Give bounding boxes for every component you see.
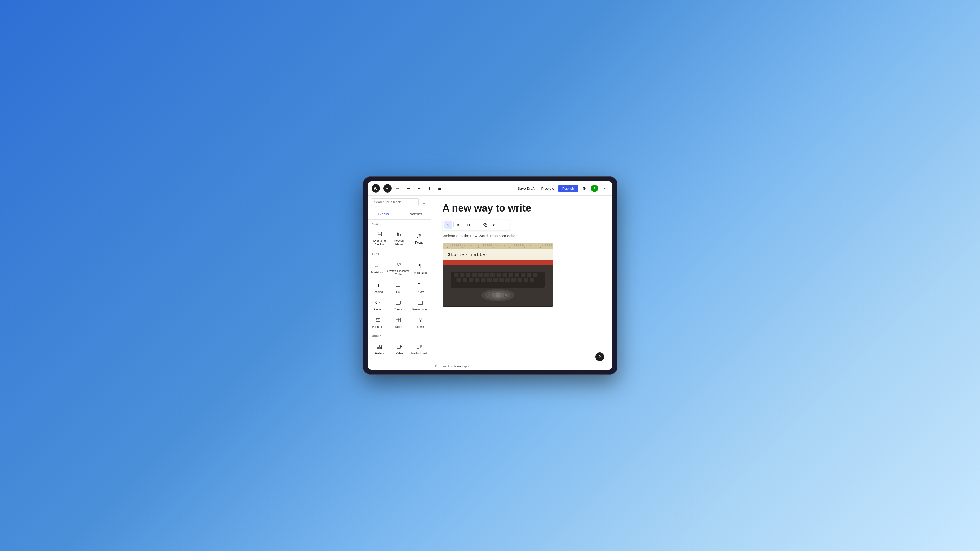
- inline-toolbar: ¶ ≡ B I ▾ ⋯: [442, 220, 510, 230]
- block-item-classic[interactable]: Classic: [386, 297, 410, 314]
- svg-rect-55: [453, 273, 458, 277]
- svg-text:B: B: [378, 232, 379, 233]
- markdown-icon: M↓: [375, 264, 381, 269]
- block-label-code: Code: [374, 308, 381, 311]
- block-item-markdown[interactable]: M↓ Markdown: [370, 258, 385, 279]
- block-label-table: Table: [395, 325, 402, 329]
- link-icon: [484, 223, 487, 227]
- search-area: ⌕: [368, 195, 431, 209]
- tablet-screen: W + ✏ ↩ ↪ ℹ ☰ Save Draft Preview Publish…: [368, 181, 612, 370]
- svg-rect-72: [475, 278, 480, 282]
- svg-rect-69: [457, 278, 461, 282]
- breadcrumb-paragraph[interactable]: Paragraph: [455, 365, 469, 368]
- save-draft-button[interactable]: Save Draft: [515, 185, 537, 192]
- block-label-preformatted: Preformatted: [412, 308, 428, 311]
- jetpack-icon: J: [591, 185, 598, 192]
- post-paragraph[interactable]: Welcome to the new WordPress.com editor: [442, 233, 601, 239]
- svg-rect-27: [396, 301, 401, 304]
- svg-marker-46: [401, 346, 402, 348]
- heading-icon: [375, 283, 380, 289]
- block-label-revue: Revue: [415, 241, 423, 245]
- svg-rect-67: [527, 273, 531, 277]
- block-grid-new: B Eventbrite Checkout: [368, 227, 431, 250]
- content-area: A new way to write ¶ ≡ B I: [431, 195, 612, 363]
- breadcrumb-document[interactable]: Document: [435, 365, 449, 368]
- paragraph-icon: ¶: [418, 263, 423, 270]
- svg-text:¶: ¶: [419, 263, 422, 269]
- tab-patterns[interactable]: Patterns: [399, 209, 431, 219]
- block-item-gallery[interactable]: Gallery: [370, 341, 390, 358]
- link-button[interactable]: [482, 221, 489, 229]
- svg-text:M↓: M↓: [375, 265, 378, 267]
- svg-rect-57: [466, 273, 471, 277]
- block-label-verse: Verse: [417, 325, 424, 329]
- svg-rect-41: [377, 345, 379, 347]
- block-item-video[interactable]: Video: [390, 341, 409, 358]
- tab-blocks[interactable]: Blocks: [368, 209, 399, 219]
- gallery-icon: [377, 344, 382, 350]
- align-button[interactable]: ≡: [455, 221, 463, 229]
- block-item-podcast[interactable]: Podcast Player: [390, 228, 409, 249]
- svg-rect-66: [520, 273, 525, 277]
- typewriter-mechanism: [442, 265, 553, 306]
- help-button[interactable]: ?: [595, 353, 604, 361]
- svg-rect-73: [481, 278, 486, 282]
- block-item-media-text[interactable]: Media & Text: [410, 341, 429, 358]
- svg-rect-43: [377, 348, 379, 349]
- svg-marker-10: [397, 232, 399, 234]
- paragraph-type-button[interactable]: ¶: [444, 221, 452, 229]
- block-item-code[interactable]: Code: [370, 297, 385, 314]
- svg-rect-62: [496, 273, 501, 277]
- block-label-classic: Classic: [394, 308, 402, 311]
- breadcrumb-arrow: →: [450, 365, 453, 368]
- pullquote-icon: " ": [375, 317, 380, 324]
- settings-button[interactable]: ⚙: [581, 184, 589, 192]
- block-label-eventbrite: Eventbrite Checkout: [371, 239, 388, 246]
- block-item-eventbrite[interactable]: B Eventbrite Checkout: [370, 228, 390, 249]
- bold-button[interactable]: B: [465, 221, 473, 229]
- block-item-preformatted[interactable]: Preformatted: [411, 297, 430, 314]
- block-item-heading[interactable]: Heading: [370, 279, 385, 296]
- svg-rect-60: [484, 273, 489, 277]
- block-item-syntax[interactable]: </> SyntaxHighlighter Code: [386, 258, 410, 279]
- block-item-quote[interactable]: " Quote: [411, 279, 430, 296]
- block-item-verse[interactable]: Verse: [411, 314, 430, 331]
- block-item-revue[interactable]: ℛ Revue: [410, 228, 429, 249]
- svg-rect-65: [514, 273, 519, 277]
- add-block-button[interactable]: +: [383, 184, 391, 192]
- search-button[interactable]: ⌕: [420, 198, 428, 206]
- info-button[interactable]: ℹ: [425, 184, 434, 192]
- publish-button[interactable]: Publish: [558, 185, 578, 192]
- typewriter-ruler: ||||||||||||||||||||||||||||||||||||||||…: [442, 243, 553, 249]
- more-options-button[interactable]: ⋯: [600, 184, 609, 192]
- svg-text:</>: </>: [396, 262, 401, 266]
- block-label-heading: Heading: [372, 290, 383, 294]
- edit-button[interactable]: ✏: [394, 184, 402, 192]
- italic-button[interactable]: I: [473, 221, 481, 229]
- post-title[interactable]: A new way to write: [442, 202, 601, 214]
- search-input[interactable]: [371, 198, 419, 206]
- svg-rect-68: [533, 273, 538, 277]
- block-grid-media: Gallery Video: [368, 340, 431, 359]
- revue-icon: ℛ: [417, 233, 422, 240]
- preview-button[interactable]: Preview: [539, 185, 556, 192]
- block-label-video: Video: [396, 352, 402, 355]
- undo-button[interactable]: ↩: [404, 184, 413, 192]
- svg-point-85: [496, 293, 500, 297]
- block-item-table[interactable]: Table: [386, 314, 410, 331]
- classic-icon: [396, 300, 401, 306]
- more-options-inline-button[interactable]: ▾: [490, 221, 498, 229]
- block-item-list[interactable]: List: [386, 279, 410, 296]
- extra-options-button[interactable]: ⋯: [500, 221, 508, 229]
- svg-rect-58: [472, 273, 477, 277]
- svg-rect-77: [505, 278, 510, 282]
- redo-button[interactable]: ↪: [415, 184, 423, 192]
- block-label-pullquote: Pullquote: [372, 325, 383, 329]
- typewriter-ribbon: [442, 260, 553, 265]
- block-item-paragraph[interactable]: ¶ Paragraph: [411, 258, 430, 279]
- svg-rect-56: [460, 273, 465, 277]
- eventbrite-icon: B: [377, 231, 382, 238]
- block-item-pullquote[interactable]: " " Pullquote: [370, 314, 385, 331]
- list-view-button[interactable]: ☰: [436, 184, 444, 192]
- svg-rect-63: [502, 273, 507, 277]
